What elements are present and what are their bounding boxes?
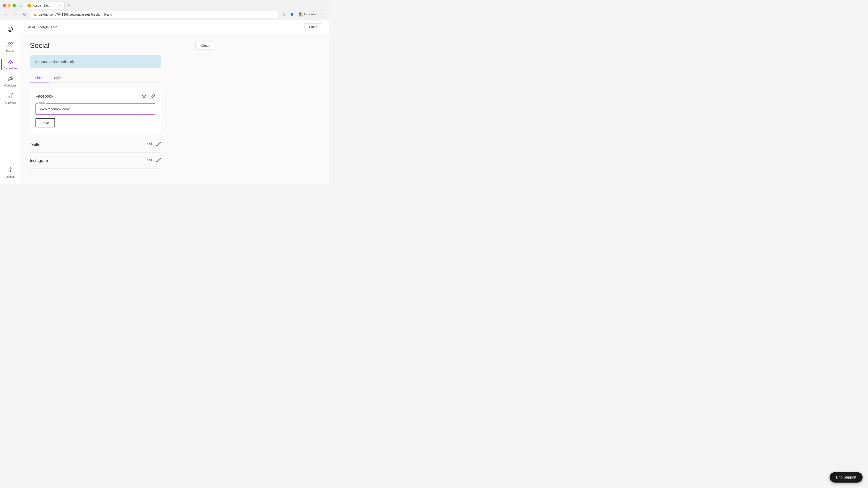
svg-rect-10 bbox=[8, 96, 9, 98]
tab-styles[interactable]: Styles bbox=[49, 73, 69, 83]
facebook-card: Facebook bbox=[30, 88, 161, 133]
forward-btn[interactable]: → bbox=[12, 11, 19, 18]
facebook-edit-btn[interactable] bbox=[150, 94, 155, 99]
sidebar-item-wrapper-people: People bbox=[1, 39, 20, 55]
instagram-actions bbox=[147, 157, 161, 164]
tab-title: Assets · Drip bbox=[33, 4, 57, 7]
tabs-container: Links Styles bbox=[30, 73, 161, 83]
browser-chrome: ‹ › 🔆 Assets · Drip × + ← → ↻ 🔒 getdrip.… bbox=[0, 0, 329, 20]
fonts-bar: Arial, Georgia, Arvo Close bbox=[21, 20, 329, 34]
window-controls bbox=[3, 4, 16, 7]
address-bar[interactable]: 🔒 getdrip.com/7641396/settings/assets?se… bbox=[30, 11, 278, 18]
twitter-name: Twitter bbox=[30, 142, 42, 147]
sidebar-label-campaigns: Campaigns bbox=[3, 67, 17, 70]
svg-rect-5 bbox=[11, 78, 13, 80]
instagram-edit-icon bbox=[156, 158, 161, 162]
app-layout: ☺ People bbox=[0, 20, 329, 184]
reload-btn[interactable]: ↻ bbox=[21, 11, 28, 18]
browser-title-bar: ‹ › 🔆 Assets · Drip × + bbox=[0, 0, 329, 9]
svg-point-13 bbox=[10, 169, 11, 170]
info-box: Set your social media links. bbox=[30, 55, 161, 68]
facebook-save-btn[interactable]: Save bbox=[35, 118, 55, 127]
url-field-wrapper: URL bbox=[35, 103, 155, 115]
browser-nav-bar: ← → ↻ 🔒 getdrip.com/7641396/settings/ass… bbox=[0, 9, 329, 20]
profile-switcher-btn[interactable]: 👤 bbox=[288, 11, 296, 18]
tab-nav-left[interactable]: ‹ bbox=[19, 3, 20, 8]
eye-icon bbox=[141, 94, 147, 99]
facebook-actions bbox=[141, 94, 155, 99]
incognito-btn[interactable]: 🕵️ Incognito bbox=[296, 11, 318, 18]
twitter-actions bbox=[147, 141, 161, 148]
twitter-edit-btn[interactable] bbox=[156, 141, 161, 148]
svg-point-19 bbox=[149, 160, 150, 161]
maximize-window-btn[interactable] bbox=[13, 4, 16, 7]
nav-actions: ☆ 👤 🕵️ Incognito ⋮ bbox=[280, 11, 327, 18]
sidebar-label-analytics: Analytics bbox=[5, 101, 16, 104]
campaigns-icon bbox=[7, 58, 13, 66]
svg-line-9 bbox=[9, 79, 11, 80]
svg-point-1 bbox=[11, 42, 13, 44]
close-section-btn[interactable]: Close bbox=[195, 41, 215, 50]
svg-rect-11 bbox=[10, 95, 11, 98]
settings-icon bbox=[7, 167, 13, 174]
workflows-icon bbox=[7, 75, 13, 83]
instagram-edit-btn[interactable] bbox=[156, 157, 161, 164]
address-text: getdrip.com/7641396/settings/assets?sect… bbox=[39, 13, 112, 16]
svg-point-2 bbox=[10, 63, 11, 64]
twitter-edit-icon bbox=[156, 141, 161, 147]
tab-links[interactable]: Links bbox=[30, 73, 49, 83]
instagram-visibility-btn[interactable] bbox=[147, 157, 152, 164]
people-icon bbox=[7, 41, 13, 49]
sidebar-active-indicator bbox=[1, 59, 2, 70]
instagram-eye-icon bbox=[147, 157, 152, 163]
facebook-url-input[interactable] bbox=[35, 103, 155, 115]
sidebar: ☺ People bbox=[0, 20, 21, 184]
url-label: URL bbox=[38, 101, 46, 104]
twitter-visibility-btn[interactable] bbox=[147, 141, 152, 148]
sidebar-item-settings[interactable]: Settings bbox=[1, 164, 20, 181]
minimize-window-btn[interactable] bbox=[8, 4, 11, 7]
edit-icon bbox=[150, 94, 155, 99]
tab-close-btn[interactable]: × bbox=[59, 4, 61, 7]
sidebar-label-workflows: Workflows bbox=[4, 84, 17, 87]
close-window-btn[interactable] bbox=[3, 4, 6, 7]
sidebar-label-settings: Settings bbox=[5, 175, 15, 178]
sidebar-item-workflows[interactable]: Workflows bbox=[1, 73, 20, 90]
tab-nav-right[interactable]: › bbox=[21, 3, 22, 8]
twitter-row: Twitter bbox=[30, 137, 161, 153]
sidebar-item-wrapper-workflows: Workflows bbox=[1, 73, 20, 90]
bookmark-btn[interactable]: ☆ bbox=[280, 11, 287, 18]
back-btn[interactable]: ← bbox=[3, 11, 10, 18]
info-text: Set your social media links. bbox=[35, 60, 76, 64]
facebook-name: Facebook bbox=[35, 94, 53, 99]
svg-rect-3 bbox=[8, 77, 9, 78]
facebook-visibility-btn[interactable] bbox=[141, 94, 147, 99]
close-btn-top[interactable]: Close bbox=[304, 24, 322, 30]
new-tab-btn[interactable]: + bbox=[66, 2, 72, 8]
sidebar-item-wrapper-settings: Settings bbox=[1, 164, 20, 181]
sidebar-item-people[interactable]: People bbox=[1, 39, 20, 55]
analytics-icon bbox=[7, 93, 13, 100]
twitter-eye-icon bbox=[147, 141, 152, 147]
svg-rect-6 bbox=[8, 79, 9, 80]
svg-point-0 bbox=[8, 42, 10, 44]
section-title: Social bbox=[30, 41, 50, 50]
svg-rect-12 bbox=[12, 94, 13, 98]
sidebar-item-analytics[interactable]: Analytics bbox=[1, 90, 20, 107]
sidebar-item-wrapper-analytics: Analytics bbox=[1, 90, 20, 107]
browser-tab-active[interactable]: 🔆 Assets · Drip × bbox=[24, 2, 65, 9]
svg-rect-4 bbox=[10, 76, 11, 77]
lock-icon: 🔒 bbox=[33, 13, 37, 16]
fonts-text: Arial, Georgia, Arvo bbox=[28, 25, 57, 29]
tab-nav: ‹ › bbox=[19, 3, 22, 8]
instagram-row: Instagram bbox=[30, 153, 161, 169]
content-area: Social Close Set your social media links… bbox=[21, 34, 224, 176]
main-content: Arial, Georgia, Arvo Close Social Close … bbox=[21, 20, 329, 184]
facebook-card-header: Facebook bbox=[35, 94, 155, 99]
section-header: Social Close bbox=[30, 41, 215, 50]
sidebar-item-campaigns[interactable]: Campaigns bbox=[1, 56, 20, 72]
menu-btn[interactable]: ⋮ bbox=[319, 11, 327, 18]
svg-point-15 bbox=[144, 96, 145, 97]
tab-favicon: 🔆 bbox=[27, 4, 31, 7]
sidebar-logo: ☺ bbox=[5, 24, 16, 34]
